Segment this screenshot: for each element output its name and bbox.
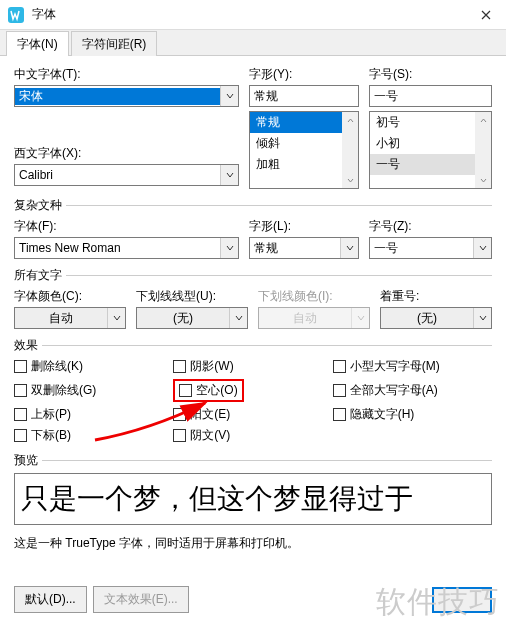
cn-font-combo[interactable]: 宋体 — [14, 85, 239, 107]
label-hidden: 隐藏文字(H) — [350, 406, 415, 423]
complex-style-value: 常规 — [250, 240, 340, 257]
list-item[interactable]: 小初 — [370, 133, 491, 154]
preview-header: 预览 — [14, 452, 38, 469]
checkbox-superscript[interactable] — [14, 408, 27, 421]
font-color-combo[interactable]: 自动 — [14, 307, 126, 329]
scroll-up-icon[interactable] — [342, 112, 358, 128]
effects-header: 效果 — [14, 337, 38, 354]
close-button[interactable] — [466, 0, 506, 30]
complex-font-value: Times New Roman — [15, 241, 220, 255]
label-shadow: 阴影(W) — [190, 358, 233, 375]
chevron-down-icon — [107, 308, 125, 328]
chevron-down-icon — [473, 238, 491, 258]
window-title: 字体 — [32, 6, 466, 23]
chevron-down-icon — [473, 308, 491, 328]
label-superscript: 上标(P) — [31, 406, 71, 423]
underline-style-combo[interactable]: (无) — [136, 307, 248, 329]
underline-color-combo: 自动 — [258, 307, 370, 329]
preview-desc: 这是一种 TrueType 字体，同时适用于屏幕和打印机。 — [14, 535, 492, 552]
chevron-down-icon — [229, 308, 247, 328]
underline-style-value: (无) — [137, 310, 229, 327]
all-text-header: 所有文字 — [14, 267, 62, 284]
emphasis-value: (无) — [381, 310, 473, 327]
chevron-down-icon — [220, 165, 238, 185]
label-engrave: 阴文(V) — [190, 427, 230, 444]
checkbox-engrave[interactable] — [173, 429, 186, 442]
label-allcaps: 全部大写字母(A) — [350, 382, 438, 399]
label-outline: 空心(O) — [196, 382, 237, 399]
style-value: 常规 — [250, 88, 358, 105]
checkbox-strike[interactable] — [14, 360, 27, 373]
preview-box: 只是一个梦，但这个梦显得过于 — [14, 473, 492, 525]
underline-color-value: 自动 — [259, 310, 351, 327]
size-listbox[interactable]: 初号 小初 一号 — [369, 111, 492, 189]
scroll-down-icon[interactable] — [475, 172, 491, 188]
default-button[interactable]: 默认(D)... — [14, 586, 87, 613]
scrollbar[interactable] — [475, 112, 491, 188]
checkbox-smallcaps[interactable] — [333, 360, 346, 373]
west-font-value: Calibri — [15, 168, 220, 182]
text-effects-button: 文本效果(E)... — [93, 586, 189, 613]
label-complex-size: 字号(Z): — [369, 218, 492, 235]
label-smallcaps: 小型大写字母(M) — [350, 358, 440, 375]
checkbox-outline[interactable] — [179, 384, 192, 397]
label-emphasis: 着重号: — [380, 288, 492, 305]
complex-style-combo[interactable]: 常规 — [249, 237, 359, 259]
list-item[interactable]: 一号 — [370, 154, 491, 175]
label-size: 字号(S): — [369, 66, 492, 83]
checkbox-shadow[interactable] — [173, 360, 186, 373]
label-complex-font: 字体(F): — [14, 218, 239, 235]
tab-spacing[interactable]: 字符间距(R) — [71, 31, 158, 56]
label-emboss: 阳文(E) — [190, 406, 230, 423]
scrollbar[interactable] — [342, 112, 358, 188]
label-dblstrike: 双删除线(G) — [31, 382, 96, 399]
cn-font-value: 宋体 — [15, 88, 220, 105]
label-underline-style: 下划线线型(U): — [136, 288, 248, 305]
checkbox-emboss[interactable] — [173, 408, 186, 421]
label-cn-font: 中文字体(T): — [14, 66, 239, 83]
style-listbox[interactable]: 常规 倾斜 加粗 — [249, 111, 359, 189]
size-input[interactable]: 一号 — [369, 85, 492, 107]
label-west-font: 西文字体(X): — [14, 145, 239, 162]
checkbox-subscript[interactable] — [14, 429, 27, 442]
font-color-value: 自动 — [15, 310, 107, 327]
chevron-down-icon — [351, 308, 369, 328]
checkbox-dblstrike[interactable] — [14, 384, 27, 397]
label-complex-style: 字形(L): — [249, 218, 359, 235]
tab-font[interactable]: 字体(N) — [6, 31, 69, 56]
size-value: 一号 — [370, 88, 491, 105]
complex-size-value: 一号 — [370, 240, 473, 257]
west-font-combo[interactable]: Calibri — [14, 164, 239, 186]
checkbox-hidden[interactable] — [333, 408, 346, 421]
label-underline-color: 下划线颜色(I): — [258, 288, 370, 305]
emphasis-combo[interactable]: (无) — [380, 307, 492, 329]
complex-size-combo[interactable]: 一号 — [369, 237, 492, 259]
label-style: 字形(Y): — [249, 66, 359, 83]
label-font-color: 字体颜色(C): — [14, 288, 126, 305]
chevron-down-icon — [340, 238, 358, 258]
label-strike: 删除线(K) — [31, 358, 83, 375]
complex-font-combo[interactable]: Times New Roman — [14, 237, 239, 259]
checkbox-allcaps[interactable] — [333, 384, 346, 397]
scroll-down-icon[interactable] — [342, 172, 358, 188]
chevron-down-icon — [220, 86, 238, 106]
label-subscript: 下标(B) — [31, 427, 71, 444]
chevron-down-icon — [220, 238, 238, 258]
app-icon — [6, 5, 26, 25]
ok-button[interactable] — [432, 587, 492, 613]
style-input[interactable]: 常规 — [249, 85, 359, 107]
scroll-up-icon[interactable] — [475, 112, 491, 128]
list-item[interactable]: 初号 — [370, 112, 491, 133]
complex-header: 复杂文种 — [14, 197, 62, 214]
